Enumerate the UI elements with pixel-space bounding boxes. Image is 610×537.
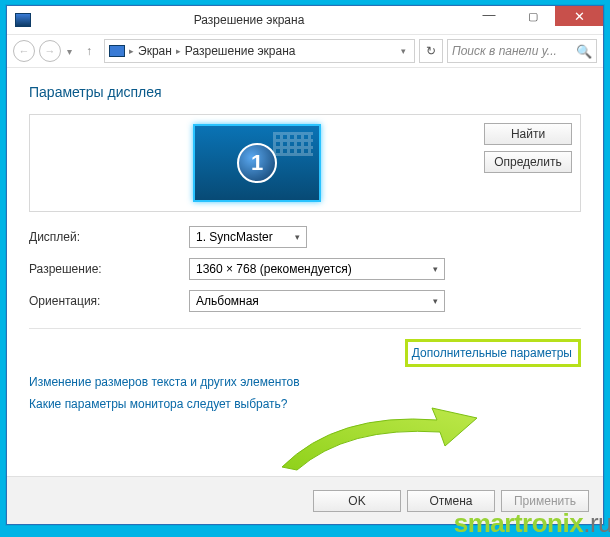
chevron-down-icon: ▾ [433,264,438,274]
nav-row: ← → ▾ ↑ ▸ Экран ▸ Разрешение экрана ▾ ↻ … [7,34,603,68]
orientation-select[interactable]: Альбомная ▾ [189,290,445,312]
back-button[interactable]: ← [13,40,35,62]
window-title: Разрешение экрана [31,13,467,27]
display-preview: 1 [38,123,476,203]
orientation-value: Альбомная [196,294,259,308]
forward-button[interactable]: → [39,40,61,62]
window-controls [467,6,603,34]
breadcrumb-item[interactable]: Разрешение экрана [185,44,296,58]
advanced-settings-link[interactable]: Дополнительные параметры [412,346,572,360]
chevron-right-icon: ▸ [129,46,134,56]
display-label: Дисплей: [29,230,189,244]
display-value: 1. SyncMaster [196,230,273,244]
up-button[interactable]: ↑ [78,40,100,62]
help-links: Изменение размеров текста и других элеме… [29,375,581,411]
footer: OK Отмена Применить [7,476,603,524]
monitor-icon [109,45,125,57]
minimize-button[interactable] [467,6,511,26]
resolution-label: Разрешение: [29,262,189,276]
breadcrumb[interactable]: ▸ Экран ▸ Разрешение экрана ▾ [104,39,415,63]
resolution-select[interactable]: 1360 × 768 (рекомендуется) ▾ [189,258,445,280]
search-placeholder: Поиск в панели у... [452,44,576,58]
history-dropdown-icon[interactable]: ▾ [65,46,74,57]
which-monitor-link[interactable]: Какие параметры монитора следует выбрать… [29,397,581,411]
chevron-down-icon: ▾ [295,232,300,242]
chevron-down-icon: ▾ [433,296,438,306]
resolution-value: 1360 × 768 (рекомендуется) [196,262,352,276]
advanced-highlight: Дополнительные параметры [405,339,581,367]
cancel-button[interactable]: Отмена [407,490,495,512]
page-title: Параметры дисплея [29,84,581,100]
content-area: Параметры дисплея 1 Найти Определить Дис… [7,68,603,476]
breadcrumb-item[interactable]: Экран [138,44,172,58]
titlebar: Разрешение экрана [7,6,603,34]
chevron-right-icon: ▸ [176,46,181,56]
window-screen-resolution: Разрешение экрана ← → ▾ ↑ ▸ Экран ▸ Разр… [6,5,604,525]
ok-button[interactable]: OK [313,490,401,512]
separator [29,328,581,329]
close-button[interactable] [555,6,603,26]
chevron-down-icon[interactable]: ▾ [397,46,410,56]
identify-button[interactable]: Определить [484,151,572,173]
orientation-label: Ориентация: [29,294,189,308]
monitor-thumb[interactable]: 1 [193,124,321,202]
text-size-link[interactable]: Изменение размеров текста и других элеме… [29,375,581,389]
form: Дисплей: 1. SyncMaster ▾ Разрешение: 136… [29,226,581,312]
maximize-button[interactable] [511,6,555,26]
search-input[interactable]: Поиск в панели у... 🔍 [447,39,597,63]
apply-button[interactable]: Применить [501,490,589,512]
refresh-button[interactable]: ↻ [419,39,443,63]
monitor-icon [15,13,31,27]
advanced-row: Дополнительные параметры [29,339,581,367]
monitor-number: 1 [237,143,277,183]
search-icon: 🔍 [576,44,592,59]
display-select[interactable]: 1. SyncMaster ▾ [189,226,307,248]
preview-buttons: Найти Определить [476,123,572,203]
annotation-arrow-icon [277,402,487,472]
find-button[interactable]: Найти [484,123,572,145]
display-preview-panel: 1 Найти Определить [29,114,581,212]
